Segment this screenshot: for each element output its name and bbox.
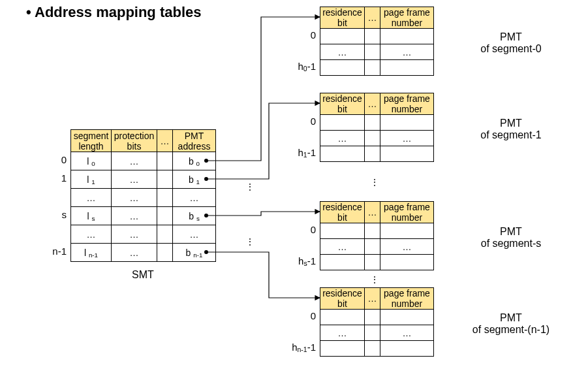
smt-row: ……… [71, 225, 216, 244]
pmt-cell [365, 131, 380, 146]
smt-cell-prot: … [112, 207, 157, 225]
smt-row-index: s [42, 209, 67, 220]
pmt-hdr-dots: … [365, 93, 380, 115]
pmt-cell [320, 341, 365, 357]
pmt-cell [380, 341, 434, 357]
pmt-cell: … [380, 44, 434, 60]
smt-row-index: n-1 [42, 246, 67, 257]
smt-cell-seglen: … [71, 225, 112, 244]
pmt-cell [365, 29, 380, 44]
smt-cell-pmt: b n-1 [173, 244, 216, 262]
smt-cell-seglen: l 1 [71, 170, 112, 189]
pmt-cell [320, 115, 365, 131]
pmt-cell [380, 310, 434, 325]
vellipsis-icon: ⋮ [370, 274, 379, 285]
pmt-caption: PMTof segment-(n-1) [449, 312, 573, 336]
smt-hdr-pmt: PMT address [173, 130, 216, 152]
pmt-cell [365, 325, 380, 341]
pmt-table: residence bit…page frame number…… [320, 93, 434, 162]
pmt-hdr-pfn: page frame number [380, 202, 434, 223]
pmt-row-index: 0 [288, 310, 316, 321]
pmt-cell [365, 255, 380, 270]
smt-hdr-dots: … [157, 130, 173, 152]
smt-row-index: 0 [42, 154, 67, 165]
smt-cell-prot: … [112, 244, 157, 262]
pmt-row-index: h1-1 [283, 147, 316, 159]
smt-row: l n-1…b n-1 [71, 244, 216, 262]
pmt-caption: PMTof segment-s [449, 226, 573, 249]
smt-hdr-seglen: segment length [71, 130, 112, 152]
smt-table: segment length protection bits … PMT add… [70, 129, 216, 262]
smt-row: ……… [71, 189, 216, 207]
pmt-row-index: hn-1-1 [283, 342, 316, 353]
pmt-hdr-dots: … [365, 288, 380, 310]
smt-caption: SMT [70, 269, 215, 281]
pmt-row-index: 0 [288, 224, 316, 235]
smt-hdr-prot: protection bits [112, 130, 157, 152]
smt-cell-dots [157, 244, 173, 262]
pmt-cell [320, 310, 365, 325]
pmt-hdr-dots: … [365, 202, 380, 223]
pmt-cell: … [320, 44, 365, 60]
smt-cell-prot: … [112, 152, 157, 170]
pmt-hdr-pfn: page frame number [380, 7, 434, 29]
pmt-hdr-res: residence bit [320, 202, 365, 223]
pmt-table: residence bit…page frame number…… [320, 287, 434, 357]
smt-row-index: 1 [42, 172, 67, 184]
pmt-caption: PMTof segment-1 [449, 118, 573, 141]
pmt-cell [365, 60, 380, 76]
smt-cell-seglen: l s [71, 207, 112, 225]
vellipsis-icon: ⋮ [370, 177, 379, 187]
pmt-cell [380, 60, 434, 76]
pmt-cell [365, 44, 380, 60]
smt-cell-pmt: b s [173, 207, 216, 225]
pmt-cell [380, 146, 434, 162]
pmt-cell [320, 29, 365, 44]
smt-cell-pmt: … [173, 225, 216, 244]
pmt-cell [365, 310, 380, 325]
pmt-hdr-dots: … [365, 7, 380, 29]
pmt-cell [365, 341, 380, 357]
pmt-table: residence bit…page frame number…… [320, 201, 434, 270]
pmt-hdr-res: residence bit [320, 7, 365, 29]
smt-cell-dots [157, 225, 173, 244]
pmt-cell [380, 29, 434, 44]
pmt-cell [320, 255, 365, 270]
pmt-cell: … [320, 325, 365, 341]
pmt-cell [320, 60, 365, 76]
pmt-cell [320, 146, 365, 162]
pmt-cell [365, 115, 380, 131]
smt-cell-pmt: b 1 [173, 170, 216, 189]
smt-cell-pmt: b 0 [173, 152, 216, 170]
vellipsis-icon: ⋮ [245, 182, 255, 192]
smt-cell-prot: … [112, 225, 157, 244]
pmt-table: residence bit…page frame number…… [320, 7, 434, 76]
pmt-row-index: h0-1 [283, 61, 316, 72]
pmt-hdr-res: residence bit [320, 288, 365, 310]
pmt-cell: … [380, 239, 434, 255]
pmt-hdr-pfn: page frame number [380, 288, 434, 310]
smt-cell-prot: … [112, 170, 157, 189]
pmt-cell: … [380, 131, 434, 146]
pmt-row-index: 0 [288, 116, 316, 127]
pmt-cell: … [320, 131, 365, 146]
page-title: Address mapping tables [26, 4, 202, 21]
smt-row: l s…b s [71, 207, 216, 225]
smt-cell-dots [157, 207, 173, 225]
smt-cell-dots [157, 170, 173, 189]
smt-cell-dots [157, 189, 173, 207]
pmt-row-index: hs-1 [283, 255, 316, 267]
pmt-cell [380, 223, 434, 239]
smt-cell-seglen: l 0 [71, 152, 112, 170]
pmt-cell [380, 255, 434, 270]
pmt-hdr-pfn: page frame number [380, 93, 434, 115]
pmt-cell [365, 223, 380, 239]
smt-cell-pmt: … [173, 189, 216, 207]
vellipsis-icon: ⋮ [245, 236, 255, 247]
pmt-cell: … [320, 239, 365, 255]
smt-cell-seglen: l n-1 [71, 244, 112, 262]
pmt-cell [320, 223, 365, 239]
smt-cell-dots [157, 152, 173, 170]
pmt-caption: PMTof segment-0 [449, 31, 573, 55]
smt-cell-seglen: … [71, 189, 112, 207]
